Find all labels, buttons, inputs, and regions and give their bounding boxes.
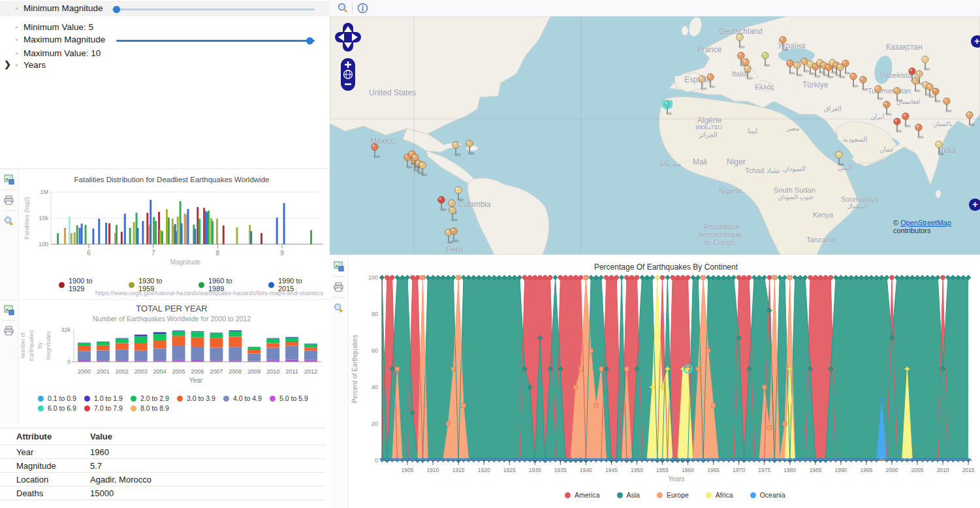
attr-cell: Magnitude: [0, 461, 90, 471]
map-pin[interactable]: [892, 118, 902, 135]
map-pin[interactable]: [913, 123, 924, 140]
legend-item[interactable]: Africa: [706, 491, 733, 499]
control-label: Maximum Magnitude: [24, 35, 105, 44]
legend-item[interactable]: America: [565, 491, 600, 499]
control-label: Minimum Value: 5: [24, 22, 93, 32]
legend-swatch: [38, 405, 44, 411]
print-icon[interactable]: [4, 195, 14, 206]
value-cell: 15000: [90, 488, 114, 498]
legend-item[interactable]: 2.0 to 2.9: [131, 394, 169, 402]
svg-text:1M: 1M: [40, 189, 48, 195]
svg-text:2010: 2010: [937, 467, 949, 473]
svg-text:2009: 2009: [247, 368, 261, 375]
map-pin[interactable]: [848, 72, 859, 89]
map-pin[interactable]: [449, 227, 459, 244]
continent-chart-legend: AmericaAsiaEuropeAfricaOceania: [565, 491, 930, 499]
expand-chevron-icon[interactable]: ❯: [4, 59, 11, 69]
legend-item[interactable]: 6.0 to 6.9: [38, 404, 76, 412]
map-pin[interactable]: [447, 206, 458, 223]
control-row-minimum-magnitude[interactable]: ▸Minimum Magnitude: [0, 1, 330, 16]
legend-label: Africa: [716, 491, 733, 499]
svg-text:1955: 1955: [656, 467, 669, 473]
legend-item[interactable]: Oceania: [750, 491, 785, 499]
map-pin[interactable]: [760, 52, 770, 69]
svg-text:2000: 2000: [78, 368, 91, 375]
expand-map-button-top[interactable]: +: [971, 35, 980, 48]
legend-item[interactable]: Europe: [657, 491, 689, 499]
map-pin[interactable]: [858, 76, 868, 93]
legend-item[interactable]: 0.1 to 0.9: [38, 394, 76, 402]
map-pin[interactable]: [834, 151, 844, 168]
svg-text:1920: 1920: [478, 467, 490, 473]
map-pin[interactable]: [964, 111, 975, 128]
legend-item[interactable]: 3.0 to 3.9: [177, 394, 215, 402]
legend-item[interactable]: 4.0 to 4.9: [223, 394, 262, 402]
map-pin-selected[interactable]: [662, 100, 672, 117]
legend-swatch: [706, 492, 712, 498]
map-info-icon[interactable]: [357, 3, 368, 16]
attr-cell: Location: [0, 475, 90, 484]
table-row[interactable]: LocationAgadir, Morocco: [0, 473, 326, 486]
legend-label: 2.0 to 2.9: [140, 394, 169, 402]
slider-thumb[interactable]: [113, 6, 120, 13]
map-pin[interactable]: [873, 85, 883, 102]
export-image-icon[interactable]: [4, 174, 14, 185]
zoom-reset-icon[interactable]: [4, 216, 14, 227]
slider-track[interactable]: [116, 40, 315, 42]
legend-swatch: [268, 282, 274, 288]
legend-label: 7.0 to 7.9: [94, 404, 123, 412]
slider-track[interactable]: [112, 8, 315, 10]
map-pin[interactable]: [705, 73, 716, 90]
map-pin[interactable]: [934, 140, 944, 157]
map-zoom-tool-icon[interactable]: [338, 3, 349, 16]
map-pin[interactable]: [410, 153, 420, 170]
legend-item[interactable]: Asia: [617, 491, 640, 499]
world-map[interactable]: United StatesMéxicoColombiaPerúFranceDeu…: [330, 16, 980, 255]
legend-item[interactable]: 7.0 to 7.9: [84, 404, 123, 412]
legend-label: Europe: [667, 491, 689, 499]
map-pin[interactable]: [742, 65, 753, 82]
map-pin[interactable]: [370, 143, 380, 160]
expand-map-button-bottom[interactable]: +: [969, 198, 980, 211]
attr-cell: Deaths: [0, 488, 90, 498]
tree-bullet-icon: ▸: [16, 24, 18, 30]
legend-swatch: [223, 396, 229, 402]
legend-item[interactable]: 8.0 to 8.9: [131, 404, 169, 412]
svg-text:Magnitude: Magnitude: [170, 259, 201, 266]
map-toolbar: [330, 0, 980, 17]
legend-swatch: [38, 396, 44, 402]
svg-text:8: 8: [216, 249, 220, 257]
map-pan-control[interactable]: [335, 22, 361, 92]
map-pin[interactable]: [930, 87, 941, 104]
map-pin[interactable]: [450, 141, 461, 158]
openstreetmap-link[interactable]: OpenStreetMap: [900, 219, 951, 227]
legend-label: 4.0 to 4.9: [233, 394, 262, 402]
slider-thumb[interactable]: [306, 37, 313, 44]
map-pin[interactable]: [881, 101, 892, 118]
map-pin[interactable]: [910, 77, 921, 94]
table-row[interactable]: Year1960: [0, 445, 326, 459]
print-icon[interactable]: [4, 326, 14, 336]
map-pin[interactable]: [735, 33, 745, 50]
legend-item[interactable]: 5.0 to 5.9: [270, 394, 308, 402]
table-row[interactable]: Magnitude5.7: [0, 459, 326, 473]
control-label: Minimum Magnitude: [24, 3, 103, 13]
map-pin[interactable]: [941, 97, 952, 114]
map-pin[interactable]: [464, 140, 475, 157]
map-basemap: [330, 16, 980, 255]
map-pin[interactable]: [920, 56, 930, 72]
map-pin[interactable]: [436, 196, 447, 213]
svg-text:1930: 1930: [529, 467, 541, 473]
table-row[interactable]: Deaths15000: [0, 486, 326, 500]
control-row-years[interactable]: ❯▸Years: [0, 57, 330, 73]
map-pin[interactable]: [778, 36, 788, 53]
legend-label: Asia: [627, 491, 640, 499]
map-pin[interactable]: [892, 87, 902, 104]
legend-item[interactable]: 1.0 to 1.9: [84, 394, 123, 402]
export-image-icon[interactable]: [4, 305, 14, 315]
legend-swatch: [270, 396, 276, 402]
map-attribution: © OpenStreetMap contributors: [893, 219, 980, 234]
per-year-chart-plot[interactable]: 32k0Number ofEarthquakesByMagnitudes2000…: [18, 323, 330, 389]
continent-chart-plot[interactable]: 0204060801001905191019151920192519301935…: [330, 255, 980, 484]
fatalities-chart-plot[interactable]: 10010k1M6789Fatalities (log2)Magnitude: [18, 169, 330, 274]
